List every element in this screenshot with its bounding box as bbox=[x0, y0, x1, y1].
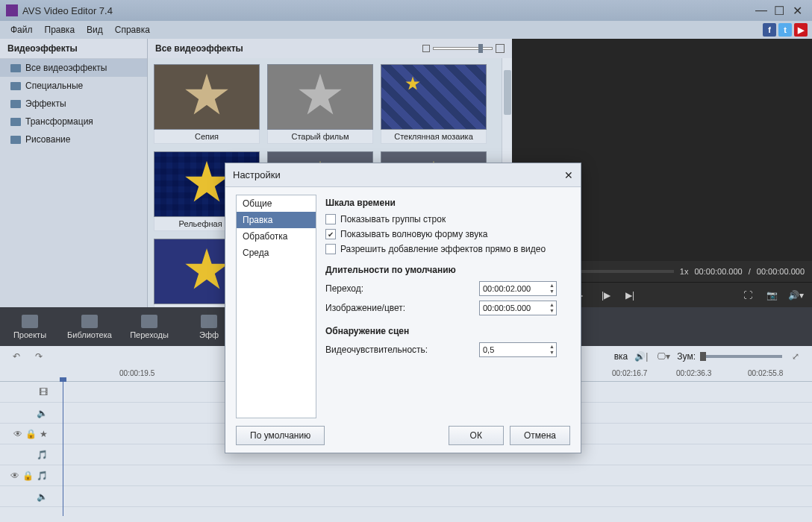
gallery-title: Все видеоэффекты bbox=[155, 43, 243, 54]
sidebar-item-1[interactable]: Специальные bbox=[0, 77, 147, 95]
track-4[interactable]: 👁🔒🎵 bbox=[0, 465, 812, 486]
dialog-titlebar: Настройки ✕ bbox=[225, 163, 581, 187]
folder-icon bbox=[10, 118, 21, 126]
track-type-icon: 🎵 bbox=[37, 471, 48, 481]
tab-0[interactable]: Проекты bbox=[0, 307, 60, 346]
effect-thumb-0[interactable]: Сепия bbox=[154, 64, 260, 144]
track-type-icon: 🎞 bbox=[39, 387, 48, 397]
volume-tool-icon[interactable]: 🔊| bbox=[632, 349, 650, 364]
effect-label: Старый фильм bbox=[267, 130, 373, 144]
ruler-mark: 00:02:36.3 bbox=[676, 369, 711, 377]
track-type-icon: ★ bbox=[40, 429, 48, 439]
duration-input-1[interactable]: 00:00:05.000▲▼ bbox=[479, 301, 557, 315]
thumb-size-slider[interactable] bbox=[422, 44, 505, 53]
menu-file[interactable]: Файл bbox=[4, 21, 39, 39]
section-scenes: Обнаружение сцен bbox=[325, 326, 570, 336]
sidebar-item-label: Все видеоэффекты bbox=[25, 63, 107, 73]
checkbox-0[interactable] bbox=[325, 214, 336, 224]
defaults-button[interactable]: По умолчанию bbox=[236, 426, 325, 445]
menu-edit[interactable]: Правка bbox=[39, 21, 81, 39]
sidebar-item-4[interactable]: Рисование bbox=[0, 130, 147, 148]
folder-icon bbox=[10, 64, 21, 72]
checkbox-1[interactable]: ✔ bbox=[325, 229, 336, 239]
track-head: 🎞 bbox=[0, 387, 54, 397]
track-type-icon: 🔈 bbox=[37, 408, 48, 418]
app-logo-icon bbox=[6, 4, 18, 16]
volume-icon[interactable]: 🔊▾ bbox=[787, 286, 805, 304]
fullscreen-icon[interactable]: ⛶ bbox=[739, 286, 757, 304]
sidebar-item-label: Трансформация bbox=[25, 116, 93, 127]
dialog-title: Настройки bbox=[233, 169, 281, 180]
snapshot-icon[interactable]: 📷 bbox=[763, 286, 781, 304]
tab-icon bbox=[22, 315, 38, 328]
track-head: 🔈 bbox=[0, 491, 54, 502]
zoom-label: Зум: bbox=[677, 351, 696, 362]
settings-nav: ОбщиеПравкаОбработкаСреда bbox=[236, 195, 316, 418]
folder-icon bbox=[10, 82, 21, 90]
minimize-button[interactable]: — bbox=[752, 3, 770, 18]
ruler-mark: 00:00:19.5 bbox=[119, 369, 154, 377]
ok-button[interactable]: ОК bbox=[449, 426, 504, 445]
section-timeline: Шкала времени bbox=[325, 198, 570, 208]
effect-label: Стеклянная мозаика bbox=[381, 130, 487, 144]
redo-button[interactable]: ↷ bbox=[30, 349, 48, 364]
effect-thumb-2[interactable]: Стеклянная мозаика bbox=[381, 64, 487, 144]
zoom-small-icon bbox=[422, 45, 430, 52]
fit-zoom-icon[interactable]: ⤢ bbox=[787, 349, 805, 364]
settings-nav-3[interactable]: Среда bbox=[237, 245, 316, 261]
menubar: Файл Правка Вид Справка f t ▶ bbox=[0, 21, 812, 39]
twitter-icon[interactable]: t bbox=[778, 23, 792, 37]
next-frame-button[interactable]: ▶| bbox=[621, 286, 639, 304]
duration-input-0[interactable]: 00:00:02.000▲▼ bbox=[479, 281, 557, 296]
ruler-mark: 00:02:55.8 bbox=[748, 369, 783, 377]
youtube-icon[interactable]: ▶ bbox=[794, 23, 808, 37]
gallery-header: Все видеоэффекты bbox=[148, 39, 512, 58]
settings-nav-0[interactable]: Общие bbox=[237, 195, 316, 212]
checkbox-label: Показывать группы строк bbox=[340, 214, 446, 224]
sidebar-item-3[interactable]: Трансформация bbox=[0, 113, 147, 130]
toolbar-edit-label: вка bbox=[614, 351, 628, 362]
sidebar-item-2[interactable]: Эффекты bbox=[0, 95, 147, 113]
track-type-icon: 🔈 bbox=[37, 491, 48, 502]
sidebar-item-label: Эффекты bbox=[25, 98, 66, 109]
tab-label: Проекты bbox=[13, 330, 46, 339]
effects-sidebar: Видеоэффекты Все видеоэффектыСпециальные… bbox=[0, 39, 148, 307]
monitor-tool-icon[interactable]: 🖵▾ bbox=[655, 349, 672, 364]
sensitivity-input[interactable]: 0,5▲▼ bbox=[479, 342, 557, 357]
facebook-icon[interactable]: f bbox=[763, 23, 776, 37]
checkbox-2[interactable] bbox=[325, 244, 336, 254]
sidebar-item-label: Специальные bbox=[25, 81, 83, 91]
playhead[interactable] bbox=[63, 382, 63, 516]
settings-nav-2[interactable]: Обработка bbox=[237, 228, 316, 245]
time-separator: / bbox=[749, 267, 751, 276]
undo-button[interactable]: ↶ bbox=[7, 349, 25, 364]
ruler-mark: 00:02:16.7 bbox=[612, 369, 647, 377]
preview-time-current: 00:00:00.000 bbox=[694, 267, 742, 276]
cancel-button[interactable]: Отмена bbox=[510, 426, 570, 445]
maximize-button[interactable]: ☐ bbox=[770, 3, 788, 18]
tab-icon bbox=[81, 315, 98, 328]
tab-icon bbox=[141, 315, 157, 328]
tab-2[interactable]: Переходы bbox=[119, 307, 179, 346]
track-5[interactable]: 🔈 bbox=[0, 486, 812, 507]
sidebar-item-0[interactable]: Все видеоэффекты bbox=[0, 59, 147, 77]
menu-view[interactable]: Вид bbox=[81, 21, 109, 39]
preview-time-total: 00:00:00.000 bbox=[757, 267, 805, 276]
track-head: 🎵 bbox=[0, 450, 54, 460]
dialog-close-icon[interactable]: ✕ bbox=[564, 169, 573, 181]
timeline-zoom-slider[interactable] bbox=[700, 355, 782, 358]
close-button[interactable]: ✕ bbox=[788, 3, 806, 18]
settings-dialog: Настройки ✕ ОбщиеПравкаОбработкаСреда Шк… bbox=[225, 163, 581, 453]
track-head: 👁🔒🎵 bbox=[0, 471, 54, 481]
effect-thumb-1[interactable]: Старый фильм bbox=[267, 64, 373, 144]
menu-help[interactable]: Справка bbox=[109, 21, 156, 39]
folder-icon bbox=[10, 136, 21, 144]
settings-nav-1[interactable]: Правка bbox=[237, 212, 316, 228]
playback-speed: 1x bbox=[680, 267, 689, 276]
tab-label: Библиотека bbox=[67, 330, 112, 339]
track-type-icon: 🎵 bbox=[37, 450, 48, 460]
tab-label: Переходы bbox=[130, 330, 169, 339]
step-fwd-button[interactable]: |▶ bbox=[597, 286, 615, 304]
tab-1[interactable]: Библиотека bbox=[60, 307, 119, 346]
section-durations: Длительности по умолчанию bbox=[325, 265, 570, 275]
